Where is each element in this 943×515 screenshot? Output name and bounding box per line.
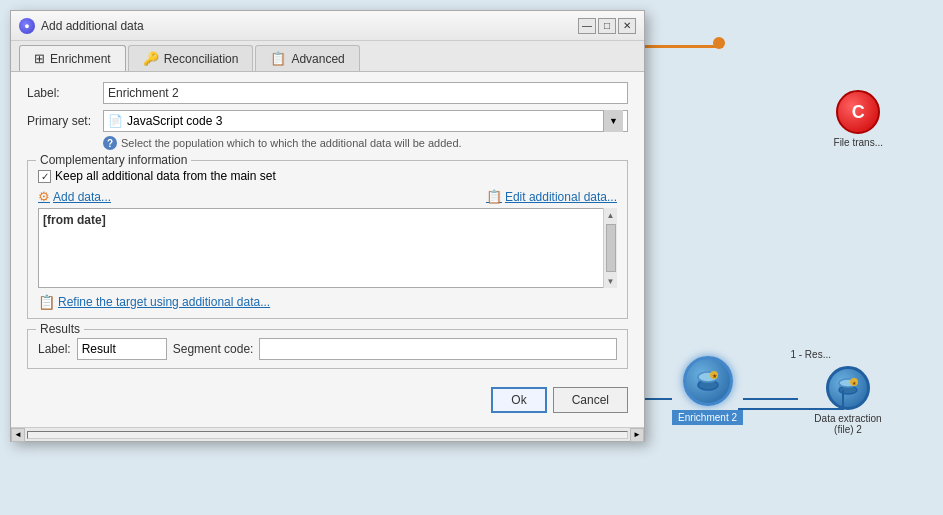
- primary-set-select[interactable]: 📄 JavaScript code 3 ▼: [103, 110, 628, 132]
- results-legend: Results: [36, 322, 84, 336]
- label-row: Label:: [27, 82, 628, 104]
- restore-button[interactable]: □: [598, 18, 616, 34]
- file-transfer-label: File trans...: [834, 137, 883, 148]
- title-bar: ● Add additional data — □ ✕: [11, 11, 644, 41]
- advanced-tab-label: Advanced: [291, 52, 344, 66]
- scroll-down-arrow[interactable]: ▼: [604, 274, 618, 288]
- primary-set-row: Primary set: 📄 JavaScript code 3 ▼: [27, 110, 628, 132]
- scroll-up-arrow[interactable]: ▲: [604, 208, 618, 222]
- bottom-scrollbar: ◄ ►: [11, 427, 644, 441]
- checkbox-row: Keep all additional data from the main s…: [38, 169, 617, 183]
- scroll-left-btn[interactable]: ◄: [11, 428, 25, 442]
- enrichment-label: Enrichment 2: [672, 410, 743, 425]
- textarea-scrollbar: ▲ ▼: [603, 208, 617, 288]
- primary-set-value: JavaScript code 3: [127, 114, 603, 128]
- title-bar-left: ● Add additional data: [19, 18, 144, 34]
- checkbox-label: Keep all additional data from the main s…: [55, 169, 276, 183]
- dialog-title: Add additional data: [41, 19, 144, 33]
- conn-line-right: [743, 398, 798, 400]
- arrow-line: [643, 45, 723, 48]
- result-link-label: 1 - Res...: [790, 349, 831, 360]
- complementary-section: Complementary information Keep all addit…: [27, 160, 628, 319]
- extraction-circle[interactable]: ★: [826, 366, 870, 410]
- data-textarea[interactable]: [from date]: [38, 208, 617, 288]
- svg-text:★: ★: [711, 373, 716, 379]
- enrichment-circle[interactable]: ★: [683, 356, 733, 406]
- add-data-link[interactable]: ⚙ Add data...: [38, 189, 111, 204]
- tab-advanced[interactable]: 📋 Advanced: [255, 45, 359, 71]
- refine-icon: 📋: [38, 294, 55, 310]
- close-button[interactable]: ✕: [618, 18, 636, 34]
- arrow-dot: [713, 37, 725, 49]
- ok-button[interactable]: Ok: [491, 387, 546, 413]
- add-data-label: Add data...: [53, 190, 111, 204]
- help-row: ? Select the population which to which t…: [103, 136, 628, 150]
- extraction-label: Data extraction (file) 2: [808, 413, 888, 435]
- textarea-wrapper: [from date] ▲ ▼: [38, 208, 617, 288]
- links-row: ⚙ Add data... 📋 Edit additional data...: [38, 189, 617, 204]
- refine-row: 📋 Refine the target using additional dat…: [38, 294, 617, 310]
- primary-set-file-icon: 📄: [108, 114, 123, 128]
- results-section: Results Label: Segment code:: [27, 329, 628, 369]
- refine-label: Refine the target using additional data.…: [58, 295, 270, 309]
- extraction-node: ★ Data extraction (file) 2: [808, 366, 888, 435]
- advanced-tab-icon: 📋: [270, 51, 286, 66]
- conn-line-vert: [842, 390, 844, 410]
- horizontal-scroll-track: [27, 431, 628, 439]
- conn-line-horiz: [738, 408, 844, 410]
- enrichment-node: ★ Enrichment 2: [672, 356, 743, 425]
- file-transfer-icon: C: [836, 90, 880, 134]
- scroll-thumb[interactable]: [606, 224, 616, 272]
- textarea-container: [from date] ▲ ▼: [38, 208, 617, 288]
- button-row: Ok Cancel: [27, 379, 628, 417]
- primary-set-label: Primary set:: [27, 114, 97, 128]
- label-field-label: Label:: [27, 86, 97, 100]
- minimize-button[interactable]: —: [578, 18, 596, 34]
- help-text: Select the population which to which the…: [121, 137, 462, 149]
- edit-icon: 📋: [486, 189, 502, 204]
- textarea-content: [from date]: [43, 213, 106, 227]
- scroll-right-btn[interactable]: ►: [630, 428, 644, 442]
- enrichment-tab-label: Enrichment: [50, 52, 111, 66]
- dialog-body: Label: Primary set: 📄 JavaScript code 3 …: [11, 72, 644, 427]
- help-icon: ?: [103, 136, 117, 150]
- primary-set-arrow[interactable]: ▼: [603, 110, 623, 132]
- dialog-icon: ●: [19, 18, 35, 34]
- add-data-icon: ⚙: [38, 189, 50, 204]
- complementary-legend: Complementary information: [36, 153, 191, 167]
- enrichment-tab-icon: ⊞: [34, 51, 45, 66]
- results-row: Label: Segment code:: [38, 338, 617, 360]
- edit-additional-link[interactable]: 📋 Edit additional data...: [486, 189, 617, 204]
- reconciliation-tab-label: Reconciliation: [164, 52, 239, 66]
- label-input[interactable]: [103, 82, 628, 104]
- reconciliation-tab-icon: 🔑: [143, 51, 159, 66]
- tab-enrichment[interactable]: ⊞ Enrichment: [19, 45, 126, 71]
- file-transfer-node: C File trans...: [834, 90, 883, 148]
- edit-additional-label: Edit additional data...: [505, 190, 617, 204]
- result-label-label: Label:: [38, 342, 71, 356]
- refine-link[interactable]: Refine the target using additional data.…: [58, 295, 270, 309]
- main-dialog: ● Add additional data — □ ✕ ⊞ Enrichment…: [10, 10, 645, 442]
- tab-bar: ⊞ Enrichment 🔑 Reconciliation 📋 Advanced: [11, 41, 644, 72]
- cancel-button[interactable]: Cancel: [553, 387, 628, 413]
- tab-reconciliation[interactable]: 🔑 Reconciliation: [128, 45, 254, 71]
- title-buttons: — □ ✕: [578, 18, 636, 34]
- segment-code-input[interactable]: [259, 338, 617, 360]
- segment-code-label: Segment code:: [173, 342, 254, 356]
- keep-data-checkbox[interactable]: [38, 170, 51, 183]
- result-label-input[interactable]: [77, 338, 167, 360]
